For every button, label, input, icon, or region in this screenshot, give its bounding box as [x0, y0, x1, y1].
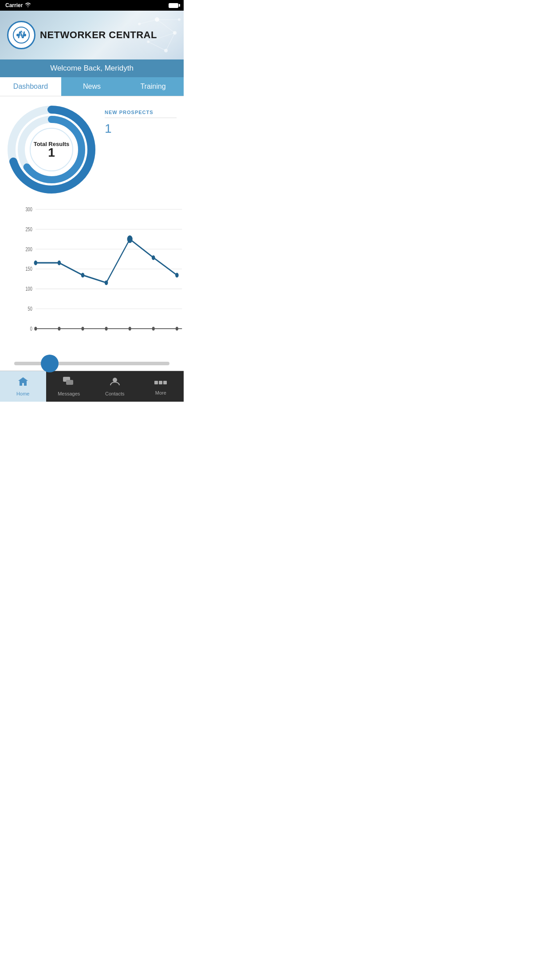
metrics-row: Total Results 1 NEW PROSPECTS 1 [7, 105, 177, 196]
svg-point-43 [34, 327, 37, 331]
nav-item-home[interactable]: Home [0, 371, 46, 402]
svg-text:200: 200 [26, 246, 32, 252]
home-svg [17, 376, 29, 387]
contacts-svg [110, 376, 120, 387]
svg-point-55 [152, 255, 155, 260]
svg-rect-61 [159, 381, 162, 384]
tab-dashboard[interactable]: Dashboard [0, 77, 61, 96]
svg-point-52 [81, 273, 85, 278]
svg-point-50 [34, 261, 38, 265]
svg-point-48 [152, 327, 155, 331]
svg-text:100: 100 [26, 286, 32, 292]
more-icon [154, 377, 167, 389]
svg-point-47 [129, 327, 131, 331]
line-chart-svg: 300 250 200 150 100 50 0 [22, 205, 184, 347]
logo-container: N NETWORKER CENTRAL [7, 21, 157, 49]
svg-line-6 [157, 20, 175, 33]
battery-icon [169, 3, 178, 8]
svg-rect-58 [66, 380, 73, 385]
nav-label-contacts: Contacts [105, 391, 124, 396]
svg-text:250: 250 [26, 226, 32, 232]
messages-svg [63, 376, 75, 387]
header-banner: N NETWORKER CENTRAL [0, 11, 184, 59]
nav-label-messages: Messages [58, 391, 80, 396]
donut-chart: Total Results 1 [7, 105, 96, 196]
svg-point-59 [113, 378, 117, 382]
svg-text:50: 50 [28, 305, 32, 312]
tab-training[interactable]: Training [122, 77, 184, 96]
scroll-thumb[interactable] [41, 355, 59, 372]
svg-point-56 [175, 273, 179, 278]
more-svg [154, 381, 167, 386]
logo-icon: N [7, 21, 35, 49]
dashboard-content: Total Results 1 NEW PROSPECTS 1 [0, 96, 184, 196]
donut-svg: Total Results 1 [7, 105, 96, 194]
messages-icon [63, 376, 75, 390]
svg-rect-62 [163, 381, 167, 384]
contacts-icon [110, 376, 120, 390]
scroll-track[interactable] [14, 362, 169, 365]
scroll-track-container [7, 362, 177, 365]
svg-point-54 [127, 235, 133, 243]
svg-point-44 [58, 327, 60, 331]
svg-text:1: 1 [48, 146, 55, 159]
svg-text:150: 150 [26, 266, 32, 272]
tab-news[interactable]: News [61, 77, 122, 96]
svg-point-45 [81, 327, 84, 331]
welcome-bar: Welcome Back, Meridyth [0, 59, 184, 77]
home-icon [17, 376, 29, 390]
svg-point-46 [105, 327, 108, 331]
nav-item-more[interactable]: More [138, 371, 184, 402]
logo-svg: N [12, 26, 30, 44]
svg-rect-60 [154, 381, 158, 384]
prospects-label: NEW PROSPECTS [105, 110, 177, 118]
prospects-value: 1 [105, 122, 177, 136]
svg-text:300: 300 [26, 206, 32, 212]
carrier-label: Carrier [5, 2, 23, 8]
nav-label-more: More [155, 390, 166, 395]
nav-item-contacts[interactable]: Contacts [92, 371, 138, 402]
bottom-nav: Home Messages Contacts Mor [0, 371, 184, 402]
svg-point-51 [58, 261, 61, 265]
nav-item-messages[interactable]: Messages [46, 371, 92, 402]
svg-text:0: 0 [30, 325, 32, 332]
chart-area: 300 250 200 150 100 50 0 [0, 205, 184, 357]
nav-label-home: Home [16, 391, 29, 396]
svg-point-49 [176, 327, 178, 331]
prospects-section: NEW PROSPECTS 1 [105, 105, 177, 136]
svg-point-53 [105, 281, 108, 285]
tabs-container: Dashboard News Training [0, 77, 184, 96]
status-bar: Carrier 3:46 PM [0, 0, 184, 11]
wifi-icon [25, 3, 31, 8]
logo-text: NETWORKER CENTRAL [40, 29, 157, 41]
